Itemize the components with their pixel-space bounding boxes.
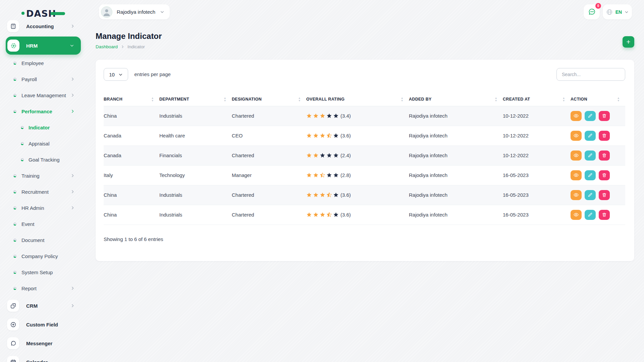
star-icon — [333, 153, 339, 158]
pencil-icon — [588, 153, 593, 158]
edit-button[interactable] — [585, 111, 596, 121]
sidebar-item-appraisal[interactable]: Appraisal — [0, 135, 82, 152]
entries-per-page-select[interactable]: 10 — [104, 68, 128, 81]
star-icon — [320, 192, 325, 198]
sidebar-item-training[interactable]: Training — [0, 168, 82, 184]
view-button[interactable] — [571, 131, 582, 141]
sidebar-item-label: Employee — [21, 60, 44, 66]
sidebar-item-label: HRM — [26, 43, 38, 49]
cell-added-by: Rajodiya infotech — [409, 205, 503, 225]
sidebar-item-event[interactable]: Event — [0, 216, 82, 232]
table-row: China Industrials Chartered (3.6) Rajodi… — [104, 205, 625, 225]
company-selector[interactable]: Rajodiya infotech — [99, 4, 170, 19]
bullet-icon — [13, 94, 16, 97]
cell-branch: Canada — [104, 145, 159, 165]
messages-badge: 0 — [595, 3, 601, 9]
column-header-branch[interactable]: BRANCH▲▼ — [104, 93, 159, 106]
star-icon — [306, 133, 312, 138]
eye-icon — [574, 113, 579, 118]
cell-rating: (3.6) — [306, 126, 409, 145]
star-icon — [313, 192, 319, 198]
view-button[interactable] — [571, 170, 582, 180]
sidebar-item-recruitment[interactable]: Recruitment — [0, 184, 82, 200]
view-button[interactable] — [571, 150, 582, 161]
sidebar-item-label: Accounting — [26, 23, 54, 29]
column-header-added-by[interactable]: ADDED BY▲▼ — [409, 93, 503, 106]
sidebar-item-leave-management[interactable]: Leave Management — [0, 87, 82, 103]
column-header-department[interactable]: DEPARTMENT▲▼ — [159, 93, 232, 106]
rating-value: (3.4) — [340, 113, 351, 119]
cell-designation: Chartered — [232, 145, 306, 165]
view-button[interactable] — [571, 190, 582, 200]
sidebar-item-system-setup[interactable]: System Setup — [0, 264, 82, 280]
messages-button[interactable]: 0 — [584, 4, 600, 19]
sidebar-item-hr-admin[interactable]: HR Admin — [0, 200, 82, 216]
sidebar-item-accounting[interactable]: Accounting — [0, 19, 82, 34]
eye-icon — [574, 153, 579, 158]
star-icon — [320, 153, 325, 158]
edit-button[interactable] — [585, 190, 596, 200]
sidebar-item-employee[interactable]: Employee — [0, 55, 82, 71]
cell-branch: China — [104, 185, 159, 205]
add-indicator-button[interactable]: + — [623, 36, 634, 48]
language-selector[interactable]: EN — [603, 4, 632, 19]
cell-actions — [571, 106, 625, 126]
bullet-icon — [13, 255, 16, 258]
sidebar-item-document[interactable]: Document — [0, 232, 82, 248]
column-header-created-at[interactable]: CREATED AT▲▼ — [503, 93, 571, 106]
sidebar-item-goal-tracking[interactable]: Goal Tracking — [0, 152, 82, 168]
sidebar-item-report[interactable]: Report — [0, 280, 82, 296]
delete-button[interactable] — [599, 210, 610, 220]
star-icon — [306, 153, 312, 158]
column-header-action[interactable]: ACTION▲▼ — [571, 93, 625, 106]
sidebar-item-performance[interactable]: Performance — [0, 103, 82, 119]
column-header-overall-rating[interactable]: OVERALL RATING▲▼ — [306, 93, 409, 106]
indicator-card: 10 entries per page BRANCH▲▼ DEPARTMENT▲… — [96, 60, 634, 261]
hrm-icon — [7, 40, 19, 52]
delete-button[interactable] — [599, 190, 610, 200]
search-input[interactable] — [556, 68, 625, 81]
breadcrumb-dashboard-link[interactable]: Dashboard — [96, 44, 118, 49]
star-icon — [333, 133, 339, 138]
star-icon — [326, 212, 332, 218]
cell-actions — [571, 126, 625, 145]
chevron-right-icon — [70, 190, 75, 194]
delete-button[interactable] — [599, 150, 610, 161]
page-title: Manage Indicator — [96, 32, 162, 41]
view-button[interactable] — [571, 210, 582, 220]
delete-button[interactable] — [599, 131, 610, 141]
bullet-icon — [13, 62, 16, 65]
sidebar-item-label: Custom Field — [26, 322, 58, 327]
sidebar-item-messenger[interactable]: Messenger — [0, 334, 82, 353]
accounting-icon — [7, 20, 19, 32]
bullet-icon — [13, 78, 16, 81]
edit-button[interactable] — [585, 210, 596, 220]
star-icon — [326, 113, 332, 119]
delete-button[interactable] — [599, 170, 610, 180]
globe-icon — [606, 9, 613, 15]
sidebar-item-company-policy[interactable]: Company Policy — [0, 248, 82, 264]
edit-button[interactable] — [585, 150, 596, 161]
delete-button[interactable] — [599, 111, 610, 121]
cell-created-at: 10-12-2022 — [503, 145, 571, 165]
chevron-right-icon — [70, 174, 75, 178]
sidebar-item-hrm[interactable]: HRM — [6, 37, 81, 55]
rating-value: (2.4) — [340, 153, 351, 158]
column-header-designation[interactable]: DESIGNATION▲▼ — [232, 93, 306, 106]
sidebar-item-label: Company Policy — [21, 253, 58, 259]
bullet-icon — [13, 271, 16, 274]
sidebar-item-payroll[interactable]: Payroll — [0, 71, 82, 87]
sort-icon: ▲▼ — [298, 97, 301, 102]
chat-icon — [7, 337, 19, 349]
sidebar-item-indicator[interactable]: Indicator — [0, 119, 82, 135]
trash-icon — [602, 192, 607, 197]
sidebar-item-crm[interactable]: CRM — [0, 296, 82, 315]
view-button[interactable] — [571, 111, 582, 121]
sidebar-item-custom-field[interactable]: Custom Field — [0, 315, 82, 334]
edit-button[interactable] — [585, 131, 596, 141]
table-row: China Industrials Chartered (3.6) Rajodi… — [104, 185, 625, 205]
sidebar-item-calendar[interactable]: Calendar — [0, 353, 82, 362]
edit-button[interactable] — [585, 170, 596, 180]
cell-actions — [571, 165, 625, 185]
cell-added-by: Rajodiya infotech — [409, 185, 503, 205]
